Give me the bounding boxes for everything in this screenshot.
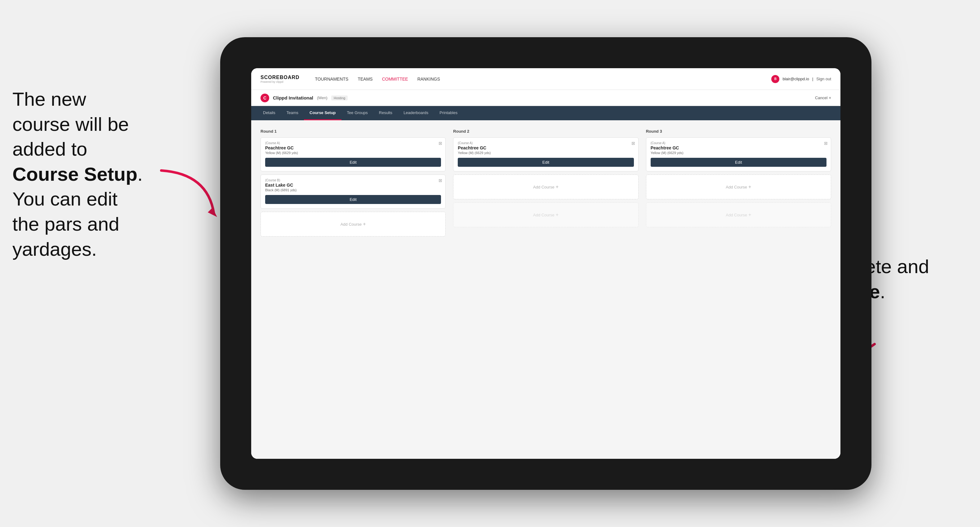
round-2-add-course-button[interactable]: Add Course +	[453, 175, 638, 199]
round-2-course-a-name: Peachtree GC	[458, 145, 633, 150]
nav-rankings[interactable]: RANKINGS	[417, 76, 440, 81]
nav-links: TOURNAMENTS TEAMS COMMITTEE RANKINGS	[315, 76, 440, 81]
nav-teams[interactable]: TEAMS	[358, 76, 372, 81]
tournament-logo: C	[261, 94, 269, 102]
round-2-course-a-delete-button[interactable]: ⊠	[632, 141, 635, 146]
round-3-course-a-name: Peachtree GC	[651, 145, 826, 150]
round-1-course-a-tee: Yellow (M) (6629 yds)	[265, 151, 441, 155]
left-arrow	[152, 164, 220, 220]
tournament-gender: (Men)	[317, 95, 328, 100]
round-2-add-course-disabled-button: Add Course +	[453, 202, 638, 227]
round-3-add-course-disabled-plus-icon: +	[748, 212, 751, 217]
brand-name: SCOREBOARD	[261, 75, 299, 80]
round-2-add-course-disabled-label: Add Course	[533, 213, 555, 217]
round-3-course-a-card: (Course A) Peachtree GC Yellow (M) (6629…	[646, 137, 831, 171]
round-1-course-b-delete-button[interactable]: ⊠	[439, 178, 442, 183]
brand-subtitle: Powered by clippd	[261, 80, 299, 83]
course-b-label: (Course B)	[265, 179, 441, 182]
round-3-add-course-disabled-button: Add Course +	[646, 202, 831, 227]
round-1-course-a-card: (Course A) Peachtree GC Yellow (M) (6629…	[261, 137, 445, 171]
round-2-add-course-disabled-plus-icon: +	[556, 212, 558, 217]
round-1-add-course-plus-icon: +	[363, 221, 366, 227]
round-2-add-course-label: Add Course	[533, 185, 555, 189]
cancel-button[interactable]: Cancel ×	[815, 95, 831, 100]
nav-separator: |	[812, 76, 813, 81]
top-navigation: SCOREBOARD Powered by clippd TOURNAMENTS…	[251, 68, 840, 90]
tab-course-setup[interactable]: Course Setup	[304, 106, 342, 120]
round-1-course-a-name: Peachtree GC	[265, 145, 441, 150]
round-3-course-a-tee: Yellow (M) (6629 yds)	[651, 151, 826, 155]
nav-committee[interactable]: COMMITTEE	[382, 76, 408, 81]
round-1-course-a-delete-button[interactable]: ⊠	[439, 141, 442, 146]
tablet-device: SCOREBOARD Powered by clippd TOURNAMENTS…	[220, 37, 872, 490]
round-3-course-a-label: (Course A)	[651, 141, 826, 145]
round-3-course-a-delete-button[interactable]: ⊠	[824, 141, 828, 146]
tournament-header: C Clippd Invitational (Men) Hosting Canc…	[251, 90, 840, 106]
tournament-status-badge: Hosting	[331, 95, 348, 100]
round-2-add-course-plus-icon: +	[556, 184, 558, 190]
tab-teams[interactable]: Teams	[281, 106, 304, 120]
round-1-add-course-button[interactable]: Add Course +	[261, 212, 445, 237]
round-3-add-course-label: Add Course	[726, 185, 747, 189]
brand-logo: SCOREBOARD Powered by clippd	[261, 75, 299, 83]
tab-results[interactable]: Results	[373, 106, 398, 120]
sign-out-link[interactable]: Sign out	[816, 76, 831, 81]
svg-marker-0	[208, 208, 217, 217]
main-content: Round 1 (Course A) Peachtree GC Yellow (…	[251, 120, 840, 459]
tournament-name: Clippd Invitational	[273, 95, 313, 100]
round-2-column: Round 2 (Course A) Peachtree GC Yellow (…	[453, 129, 638, 240]
round-3-add-course-button[interactable]: Add Course +	[646, 175, 831, 199]
course-a-label: (Course A)	[265, 141, 441, 145]
round-3-add-course-disabled-label: Add Course	[726, 213, 747, 217]
round-3-column: Round 3 (Course A) Peachtree GC Yellow (…	[646, 129, 831, 240]
nav-tournaments[interactable]: TOURNAMENTS	[315, 76, 348, 81]
user-email: blair@clippd.io	[783, 76, 809, 81]
rounds-grid: Round 1 (Course A) Peachtree GC Yellow (…	[261, 129, 831, 240]
round-1-add-course-label: Add Course	[340, 222, 362, 227]
round-2-course-a-tee: Yellow (M) (6629 yds)	[458, 151, 633, 155]
round-2-course-a-card: (Course A) Peachtree GC Yellow (M) (6629…	[453, 137, 638, 171]
tab-tee-groups[interactable]: Tee Groups	[342, 106, 373, 120]
round-1-course-b-name: East Lake GC	[265, 183, 441, 187]
round-1-course-a-edit-button[interactable]: Edit	[265, 158, 441, 167]
round-3-add-course-plus-icon: +	[748, 184, 751, 190]
round-2-course-a-edit-button[interactable]: Edit	[458, 158, 633, 167]
round-3-course-a-edit-button[interactable]: Edit	[651, 158, 826, 167]
user-avatar: B	[771, 75, 780, 83]
left-annotation: The new course will be added to Course S…	[13, 87, 174, 262]
tab-printables[interactable]: Printables	[434, 106, 463, 120]
tablet-screen: SCOREBOARD Powered by clippd TOURNAMENTS…	[251, 68, 840, 459]
round-1-column: Round 1 (Course A) Peachtree GC Yellow (…	[261, 129, 445, 240]
round-1-course-b-tee: Black (M) (6891 yds)	[265, 188, 441, 192]
tab-details[interactable]: Details	[258, 106, 281, 120]
tab-leaderboards[interactable]: Leaderboards	[398, 106, 434, 120]
round-1-title: Round 1	[261, 129, 445, 133]
tab-bar: Details Teams Course Setup Tee Groups Re…	[251, 106, 840, 120]
nav-right: B blair@clippd.io | Sign out	[771, 75, 831, 83]
round-1-course-b-card: (Course B) East Lake GC Black (M) (6891 …	[261, 175, 445, 209]
round-3-title: Round 3	[646, 129, 831, 133]
round-2-title: Round 2	[453, 129, 638, 133]
round-1-course-b-edit-button[interactable]: Edit	[265, 195, 441, 204]
round-2-course-a-label: (Course A)	[458, 141, 633, 145]
